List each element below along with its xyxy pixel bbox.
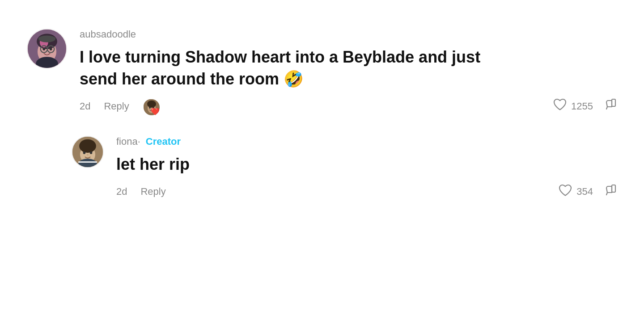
svg-point-8 xyxy=(50,48,52,50)
svg-point-20 xyxy=(79,139,96,153)
reply-like-section: 354 xyxy=(559,184,593,200)
creator-badge: Creator xyxy=(146,136,181,147)
reply-comment-text: let her rip xyxy=(116,154,519,176)
heart-icon[interactable] xyxy=(553,98,567,114)
comment-username: aubsadoodle xyxy=(80,29,617,40)
comment-text: I love turning Shadow heart into a Beybl… xyxy=(80,46,482,90)
dislike-icon[interactable] xyxy=(604,98,617,114)
reply-avatar xyxy=(72,136,104,168)
like-section: 1255 xyxy=(553,98,593,114)
svg-point-21 xyxy=(83,151,86,154)
reply-like-count: 354 xyxy=(576,186,593,197)
reaction-avatars: ❤️ xyxy=(143,98,159,114)
comment-reply-item: fiona·Creator let her rip 2d Reply 35 xyxy=(27,125,617,211)
reply-reply-button[interactable]: Reply xyxy=(140,186,165,197)
reply-dislike-icon[interactable] xyxy=(604,184,617,200)
like-count: 1255 xyxy=(571,101,593,112)
actions-left: 2d Reply ❤️ xyxy=(80,98,159,114)
reply-actions-left: 2d Reply xyxy=(116,186,166,197)
reply-comment-body: fiona·Creator let her rip 2d Reply 35 xyxy=(116,136,617,200)
actions-right: 1255 xyxy=(553,98,617,114)
reply-button[interactable]: Reply xyxy=(104,101,129,112)
reply-actions-right: 354 xyxy=(559,184,617,200)
svg-point-23 xyxy=(87,154,89,155)
comment-actions: 2d Reply ❤️ xyxy=(80,98,617,114)
comment-body: aubsadoodle I love turning Shadow heart … xyxy=(80,29,617,114)
svg-point-22 xyxy=(90,151,93,154)
reply-heart-icon[interactable] xyxy=(559,184,572,200)
comment-item: aubsadoodle I love turning Shadow heart … xyxy=(27,18,617,125)
comment-timestamp: 2d xyxy=(80,101,90,112)
svg-point-14 xyxy=(147,101,156,108)
svg-rect-11 xyxy=(38,37,55,40)
svg-rect-17 xyxy=(612,99,615,106)
svg-point-7 xyxy=(42,48,45,50)
reply-comment-username: fiona·Creator xyxy=(116,136,617,147)
avatar xyxy=(27,29,67,69)
comment-section: aubsadoodle I love turning Shadow heart … xyxy=(27,18,617,211)
svg-rect-26 xyxy=(612,185,615,192)
reply-comment-actions: 2d Reply 354 xyxy=(116,184,617,200)
reply-comment-timestamp: 2d xyxy=(116,186,127,197)
reaction-heart-emoji: ❤️ xyxy=(151,108,160,115)
reaction-mini-avatar: ❤️ xyxy=(143,98,159,114)
